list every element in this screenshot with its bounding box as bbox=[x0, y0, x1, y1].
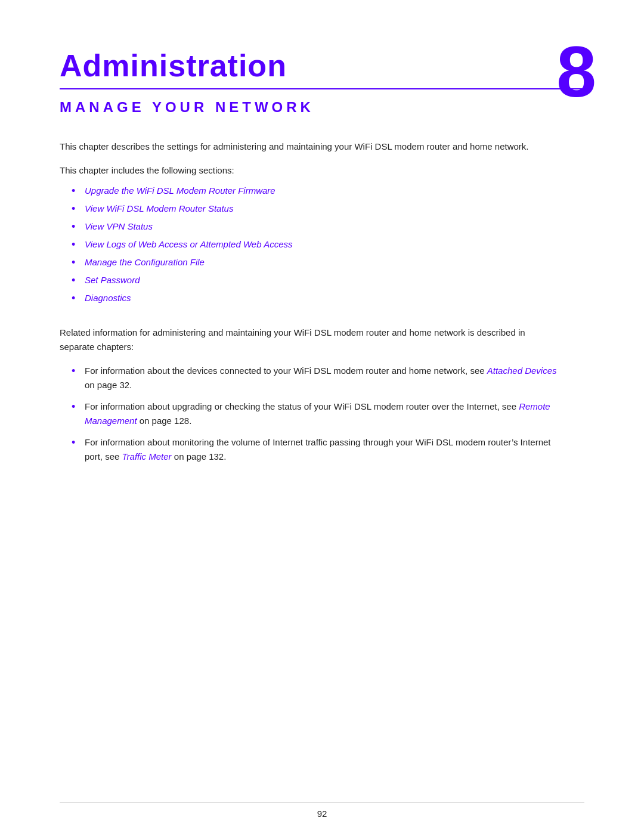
link-attached-devices[interactable]: Attached Devices bbox=[487, 366, 557, 376]
intro-paragraph-1: This chapter describes the settings for … bbox=[60, 140, 549, 154]
related-item-2-before: For information about upgrading or check… bbox=[85, 401, 519, 411]
page-number: 92 bbox=[317, 809, 327, 819]
link-traffic-meter[interactable]: Traffic Meter bbox=[122, 451, 172, 462]
chapter-number: 8 bbox=[556, 36, 596, 107]
list-item: For information about upgrading or check… bbox=[72, 400, 561, 428]
related-item-1-after: on page 32. bbox=[85, 380, 132, 390]
page-container: 8 Administration Manage your network Thi… bbox=[0, 0, 644, 833]
link-diagnostics[interactable]: Diagnostics bbox=[85, 293, 131, 303]
list-item: View Logs of Web Access or Attempted Web… bbox=[72, 237, 584, 252]
related-item-3-after: on page 132. bbox=[172, 451, 227, 462]
list-item: Diagnostics bbox=[72, 291, 584, 305]
link-view-vpn-status[interactable]: View VPN Status bbox=[85, 221, 153, 231]
chapter-title: Administration bbox=[60, 48, 584, 83]
link-view-logs[interactable]: View Logs of Web Access or Attempted Web… bbox=[85, 239, 293, 249]
list-item: View WiFi DSL Modem Router Status bbox=[72, 202, 584, 216]
list-item: For information about the devices connec… bbox=[72, 364, 561, 392]
list-item: Upgrade the WiFi DSL Modem Router Firmwa… bbox=[72, 184, 584, 198]
sections-label: This chapter includes the following sect… bbox=[60, 163, 584, 178]
list-item: Set Password bbox=[72, 273, 584, 287]
list-item: View VPN Status bbox=[72, 219, 584, 234]
chapter-subtitle: Manage your network bbox=[60, 99, 584, 116]
footer-divider bbox=[60, 803, 584, 803]
link-upgrade-firmware[interactable]: Upgrade the WiFi DSL Modem Router Firmwa… bbox=[85, 185, 275, 196]
link-set-password[interactable]: Set Password bbox=[85, 275, 140, 285]
link-view-router-status[interactable]: View WiFi DSL Modem Router Status bbox=[85, 203, 233, 213]
related-paragraph: Related information for administering an… bbox=[60, 326, 561, 354]
sections-list: Upgrade the WiFi DSL Modem Router Firmwa… bbox=[60, 184, 584, 309]
related-item-2-after: on page 128. bbox=[137, 416, 192, 426]
list-item: For information about monitoring the vol… bbox=[72, 435, 561, 464]
link-manage-config[interactable]: Manage the Configuration File bbox=[85, 257, 205, 267]
title-divider bbox=[60, 88, 584, 89]
list-item: Manage the Configuration File bbox=[72, 255, 584, 270]
related-list: For information about the devices connec… bbox=[60, 364, 584, 471]
related-item-1-before: For information about the devices connec… bbox=[85, 366, 487, 376]
